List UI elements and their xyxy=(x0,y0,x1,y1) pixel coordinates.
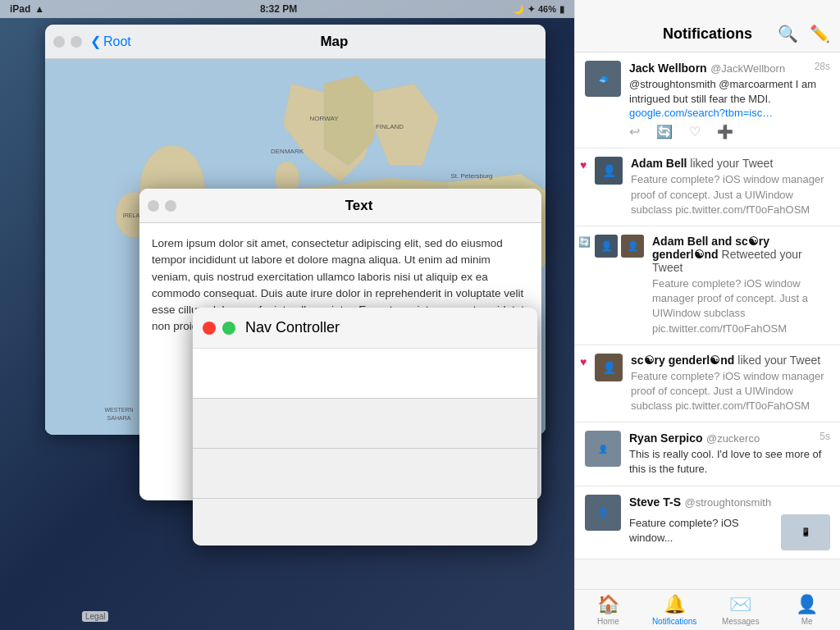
text-dot-2 xyxy=(165,200,176,212)
svg-text:NORWAY: NORWAY xyxy=(310,115,340,122)
dot-2 xyxy=(71,36,82,48)
tab-messages[interactable]: ✉️ Messages xyxy=(708,590,774,630)
wifi-icon: ▲ xyxy=(34,3,44,15)
scary-avatar: 👤 xyxy=(595,354,623,381)
status-right: 🌙 ✦ 46% ▮ xyxy=(513,4,564,15)
text-dot-1 xyxy=(148,200,159,212)
battery-pct: 46% xyxy=(538,4,556,14)
svg-text:WESTERN: WESTERN xyxy=(105,407,134,413)
svg-text:FINLAND: FINLAND xyxy=(376,123,404,130)
battery-icon: ▮ xyxy=(559,4,564,15)
right-panel: Notifications 🔍 ✏️ 🧢 Jack Wellborn @Jack… xyxy=(574,0,840,630)
nav-titlebar: Nav Controller xyxy=(193,308,537,349)
messages-icon: ✉️ xyxy=(729,594,751,615)
tab-home[interactable]: 🏠 Home xyxy=(575,590,641,630)
map-title: Map xyxy=(131,34,537,50)
retweet-button[interactable]: 🔄 xyxy=(656,124,673,139)
steve-name: Steve T-S xyxy=(629,495,681,509)
notification-item-steve[interactable]: 👤 Steve T-S @stroughtonsmith Feature com… xyxy=(575,486,840,559)
tab-home-label: Home xyxy=(597,617,619,626)
jack-text: @stroughtonsmith @marcoarment I am intri… xyxy=(629,77,830,107)
ipad-status-bar: iPad ▲ 8:32 PM 🌙 ✦ 46% ▮ xyxy=(0,0,574,18)
retweet-side-icon: 🔄 xyxy=(578,236,591,248)
tab-messages-label: Messages xyxy=(722,617,760,626)
text-titlebar: Text xyxy=(139,189,541,223)
notification-item-jack[interactable]: 🧢 Jack Wellborn @JackWellborn 28s @strou… xyxy=(575,52,840,148)
nav-content xyxy=(193,398,537,546)
retweet-body: Adam Bell and sc☯ry genderl☯nd Retweeted… xyxy=(652,235,830,336)
reply-button[interactable]: ↩ xyxy=(629,124,640,139)
ryan-name: Ryan Serpico xyxy=(629,431,702,445)
map-window-dots xyxy=(53,36,82,48)
adam-like-text: Feature complete? iOS window manager pro… xyxy=(631,172,830,217)
jack-actions: ↩ 🔄 ♡ ➕ xyxy=(629,124,830,139)
nav-dot-red xyxy=(203,322,216,335)
jack-link[interactable]: google.com/search?tbm=isc… xyxy=(629,107,830,119)
ryan-handle: @zuckerco xyxy=(706,432,760,445)
status-left: iPad ▲ xyxy=(10,3,44,15)
scary-like-text: Feature complete? iOS window manager pro… xyxy=(631,369,830,414)
map-titlebar: ❮ Root Map xyxy=(45,25,546,59)
ryan-body: Ryan Serpico @zuckerco 5s This is really… xyxy=(629,431,830,477)
back-button[interactable]: ❮ Root xyxy=(90,34,131,49)
jack-body: Jack Wellborn @JackWellborn 28s @strough… xyxy=(629,61,830,139)
notification-item-ryan[interactable]: 👤 Ryan Serpico @zuckerco 5s This is real… xyxy=(575,422,840,486)
ryan-avatar: 👤 xyxy=(585,431,621,467)
status-time: 8:32 PM xyxy=(260,3,297,15)
retweet-avatar-1: 👤 xyxy=(595,235,618,258)
notification-item-like-adam[interactable]: ♥ 👤 Adam Bell liked your Tweet Feature c… xyxy=(575,148,840,226)
nav-dot-green xyxy=(222,322,235,335)
steve-text: Feature complete? iOS window... xyxy=(629,516,773,550)
left-panel: iPad ▲ 8:32 PM 🌙 ✦ 46% ▮ ❮ Root Map xyxy=(0,0,574,630)
moon-icon: 🌙 xyxy=(513,4,524,15)
steve-avatar: 👤 xyxy=(585,495,621,531)
notifications-tab-icon: 🔔 xyxy=(664,594,686,615)
bluetooth-icon: ✦ xyxy=(527,4,535,15)
adam-avatar-like: 👤 xyxy=(595,157,623,185)
svg-text:SAHARA: SAHARA xyxy=(107,415,131,421)
svg-text:DENMARK: DENMARK xyxy=(271,148,304,155)
nav-window: Nav Controller xyxy=(193,308,537,546)
notifications-actions: 🔍 ✏️ xyxy=(778,24,830,43)
me-icon: 👤 xyxy=(796,594,818,615)
adam-like-name: Adam Bell xyxy=(631,157,687,170)
jack-handle: @JackWellborn xyxy=(710,62,785,75)
ryan-time: 5s xyxy=(819,431,830,442)
heart-icon-2: ♥ xyxy=(580,355,587,368)
notifications-list: 🧢 Jack Wellborn @JackWellborn 28s @strou… xyxy=(575,52,840,589)
notification-item-scary-like[interactable]: ♥ 👤 sc☯ry genderl☯nd liked your Tweet Fe… xyxy=(575,345,840,423)
text-window-title: Text xyxy=(185,198,533,214)
follow-button[interactable]: ➕ xyxy=(717,124,733,139)
back-label: Root xyxy=(103,34,131,49)
scary-name: sc☯ry genderl☯nd xyxy=(631,354,734,367)
jack-time: 28s xyxy=(815,61,830,72)
notification-item-retweet[interactable]: 🔄 👤 👤 Adam Bell and sc☯ry genderl☯nd Ret… xyxy=(575,226,840,345)
svg-text:St. Petersburg: St. Petersburg xyxy=(450,172,492,180)
text-window-dots xyxy=(148,200,176,212)
tab-me[interactable]: 👤 Me xyxy=(774,590,840,630)
jack-avatar: 🧢 xyxy=(585,61,621,97)
steve-preview-image: 📱 xyxy=(781,514,830,550)
home-icon: 🏠 xyxy=(597,594,619,615)
nav-window-title: Nav Controller xyxy=(245,319,340,336)
retweet-avatars: 👤 👤 xyxy=(595,235,644,336)
retweet-text: Feature complete? iOS window manager pro… xyxy=(652,276,830,336)
adam-like-action: liked your Tweet xyxy=(690,157,773,170)
jack-name: Jack Wellborn xyxy=(629,62,707,75)
tab-notifications[interactable]: 🔔 Notifications xyxy=(641,590,708,630)
search-button[interactable]: 🔍 xyxy=(778,24,798,43)
scary-action: liked your Tweet xyxy=(737,354,820,367)
tab-bar: 🏠 Home 🔔 Notifications ✉️ Messages 👤 Me xyxy=(575,589,840,630)
steve-handle: @stroughtonsmith xyxy=(684,496,771,509)
tab-notifications-label: Notifications xyxy=(652,617,696,626)
ryan-text: This is really cool. I'd love to see mor… xyxy=(629,447,830,477)
notifications-header: Notifications 🔍 ✏️ xyxy=(575,0,840,52)
scary-like-body: sc☯ry genderl☯nd liked your Tweet Featur… xyxy=(631,354,830,414)
retweet-avatar-2: 👤 xyxy=(621,235,644,258)
notifications-title: Notifications xyxy=(663,25,752,43)
ipad-label: iPad xyxy=(10,3,30,15)
chevron-left-icon: ❮ xyxy=(90,34,101,49)
like-button[interactable]: ♡ xyxy=(689,124,701,139)
steve-body: Steve T-S @stroughtonsmith Feature compl… xyxy=(629,495,830,550)
compose-button[interactable]: ✏️ xyxy=(810,24,830,43)
